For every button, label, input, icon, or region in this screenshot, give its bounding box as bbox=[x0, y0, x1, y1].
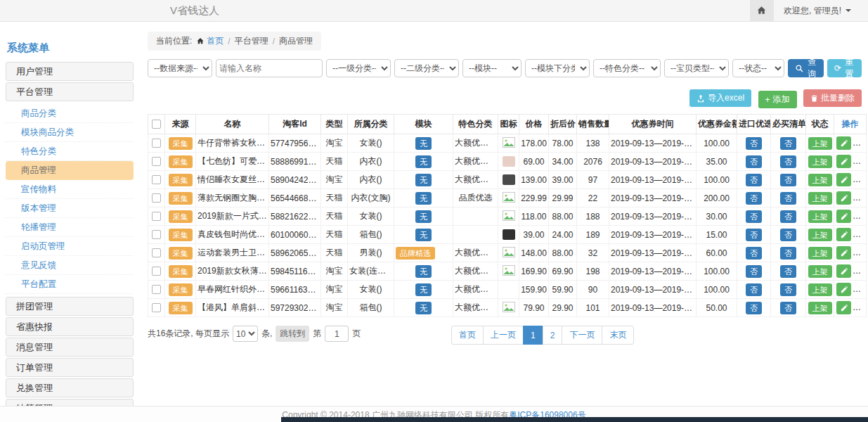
filter-select-2[interactable]: --二级分类-- bbox=[394, 59, 459, 77]
must-buy-toggle-badge[interactable]: 否 bbox=[780, 265, 796, 278]
sidebar-item-5[interactable]: 版本管理 bbox=[6, 199, 134, 218]
page-button-1[interactable]: 上一页 bbox=[483, 326, 524, 345]
source-badge: 采集 bbox=[169, 192, 193, 205]
sidebar-item-6[interactable]: 轮播管理 bbox=[6, 218, 134, 237]
import-toggle-badge[interactable]: 否 bbox=[746, 155, 762, 168]
row-checkbox[interactable] bbox=[152, 157, 161, 166]
breadcrumb-home-link[interactable]: 首页 bbox=[196, 35, 224, 47]
name-filter-input[interactable] bbox=[216, 59, 323, 77]
edit-button[interactable] bbox=[836, 301, 851, 314]
row-checkbox[interactable] bbox=[152, 193, 161, 203]
user-menu[interactable]: 欢迎您, 管理员! bbox=[774, 5, 868, 17]
sidebar-group-3[interactable]: 订单管理 bbox=[6, 358, 134, 377]
row-checkbox[interactable] bbox=[152, 230, 161, 239]
jump-button[interactable]: 跳转到 bbox=[276, 326, 309, 342]
must-buy-toggle-badge[interactable]: 否 bbox=[780, 283, 796, 296]
edit-button[interactable] bbox=[836, 210, 851, 223]
edit-button[interactable] bbox=[836, 155, 851, 168]
sidebar-item-0[interactable]: 商品分类 bbox=[6, 104, 134, 123]
row-checkbox[interactable] bbox=[152, 267, 161, 276]
row-checkbox[interactable] bbox=[152, 285, 161, 294]
edit-button[interactable] bbox=[836, 191, 851, 205]
sidebar-item-4[interactable]: 宣传物料 bbox=[6, 180, 134, 199]
import-select-cell: 否 bbox=[737, 189, 771, 207]
sidebar-group-platform[interactable]: 平台管理 bbox=[6, 82, 134, 101]
name-cell: 【港风】单肩斜挎链条... bbox=[196, 299, 269, 317]
status-badge[interactable]: 上架 bbox=[808, 283, 832, 296]
sidebar-group-2[interactable]: 消息管理 bbox=[6, 338, 134, 357]
page-button-2[interactable]: 1 bbox=[523, 326, 543, 345]
must-buy-toggle-badge[interactable]: 否 bbox=[780, 155, 796, 168]
row-checkbox[interactable] bbox=[152, 212, 161, 221]
add-button[interactable]: + 添加 bbox=[758, 91, 797, 108]
reset-button[interactable]: ⟳ 重置 bbox=[827, 59, 862, 77]
import-toggle-badge[interactable]: 否 bbox=[746, 247, 762, 260]
import-toggle-badge[interactable]: 否 bbox=[746, 283, 762, 296]
edit-button[interactable] bbox=[836, 264, 851, 278]
must-buy-toggle-badge[interactable]: 否 bbox=[780, 192, 796, 205]
row-checkbox[interactable] bbox=[152, 139, 161, 148]
import-toggle-badge[interactable]: 否 bbox=[746, 229, 762, 241]
sidebar-group-1[interactable]: 省惠快报 bbox=[6, 317, 134, 336]
sidebar-group-users[interactable]: 用户管理 bbox=[6, 62, 134, 81]
status-badge[interactable]: 上架 bbox=[808, 265, 832, 278]
import-excel-button[interactable]: 导入excel bbox=[689, 89, 751, 107]
status-badge[interactable]: 上架 bbox=[808, 155, 832, 168]
row-checkbox[interactable] bbox=[152, 175, 161, 184]
status-badge[interactable]: 上架 bbox=[808, 247, 832, 260]
edit-button[interactable] bbox=[836, 228, 851, 241]
batch-delete-button[interactable]: 批量删除 bbox=[803, 89, 862, 107]
discount-price-cell: 78.00 bbox=[549, 134, 577, 153]
row-checkbox[interactable] bbox=[152, 303, 161, 312]
sidebar-item-7[interactable]: 启动页管理 bbox=[6, 237, 134, 256]
search-button[interactable]: 查询 bbox=[788, 59, 824, 77]
sidebar-item-2[interactable]: 特色分类 bbox=[6, 142, 134, 161]
filter-select-5[interactable]: --特色分类-- bbox=[593, 59, 661, 77]
filter-data-source[interactable]: --数据来源-- bbox=[148, 59, 212, 77]
home-button[interactable] bbox=[750, 0, 774, 21]
sidebar-group-4[interactable]: 兑换管理 bbox=[6, 378, 134, 397]
sidebar-group-0[interactable]: 拼团管理 bbox=[6, 297, 134, 316]
import-toggle-badge[interactable]: 否 bbox=[746, 137, 762, 150]
status-badge[interactable]: 上架 bbox=[808, 229, 832, 241]
select-all-checkbox[interactable] bbox=[152, 120, 161, 129]
sidebar-item-3[interactable]: 商品管理 bbox=[6, 161, 134, 180]
filter-select-4[interactable]: --模块下分类-- bbox=[525, 59, 590, 77]
jump-page-input[interactable] bbox=[325, 326, 349, 342]
sidebar-item-8[interactable]: 意见反馈 bbox=[6, 256, 134, 275]
page-button-3[interactable]: 2 bbox=[543, 326, 563, 345]
status-badge[interactable]: 上架 bbox=[808, 137, 832, 150]
filter-select-1[interactable]: --一级分类-- bbox=[326, 59, 391, 77]
page-button-0[interactable]: 首页 bbox=[451, 326, 484, 345]
must-buy-toggle-badge[interactable]: 否 bbox=[780, 229, 796, 241]
must-buy-toggle-badge[interactable]: 否 bbox=[780, 210, 796, 223]
page-button-5[interactable]: 末页 bbox=[602, 326, 634, 345]
must-buy-toggle-badge[interactable]: 否 bbox=[780, 137, 796, 150]
must-buy-toggle-badge[interactable]: 否 bbox=[780, 302, 796, 314]
import-toggle-badge[interactable]: 否 bbox=[746, 302, 762, 314]
row-checkbox[interactable] bbox=[152, 248, 161, 257]
edit-button[interactable] bbox=[836, 283, 851, 296]
import-toggle-badge[interactable]: 否 bbox=[746, 192, 762, 205]
edit-button[interactable] bbox=[836, 136, 851, 150]
import-toggle-badge[interactable]: 否 bbox=[746, 210, 762, 223]
source-cell: 采集 bbox=[165, 207, 196, 226]
filter-select-7[interactable]: --状态-- bbox=[732, 59, 784, 77]
edit-button[interactable] bbox=[836, 173, 851, 186]
sidebar-item-9[interactable]: 平台配置 bbox=[6, 275, 134, 294]
filter-select-6[interactable]: --宝贝类型-- bbox=[664, 59, 729, 77]
category-cell: 箱包() bbox=[348, 226, 394, 244]
page-button-4[interactable]: 下一页 bbox=[562, 326, 602, 345]
status-badge[interactable]: 上架 bbox=[808, 192, 832, 205]
status-badge[interactable]: 上架 bbox=[808, 210, 832, 223]
must-buy-toggle-badge[interactable]: 否 bbox=[780, 174, 796, 186]
page-size-select[interactable]: 10 bbox=[233, 326, 258, 342]
filter-select-3[interactable]: --模块-- bbox=[462, 59, 522, 77]
edit-button[interactable] bbox=[836, 246, 851, 260]
import-toggle-badge[interactable]: 否 bbox=[746, 174, 762, 186]
sidebar-item-1[interactable]: 模块商品分类 bbox=[6, 123, 134, 142]
must-buy-toggle-badge[interactable]: 否 bbox=[780, 247, 796, 260]
import-toggle-badge[interactable]: 否 bbox=[746, 265, 762, 278]
status-badge[interactable]: 上架 bbox=[808, 302, 832, 314]
status-badge[interactable]: 上架 bbox=[808, 174, 832, 186]
